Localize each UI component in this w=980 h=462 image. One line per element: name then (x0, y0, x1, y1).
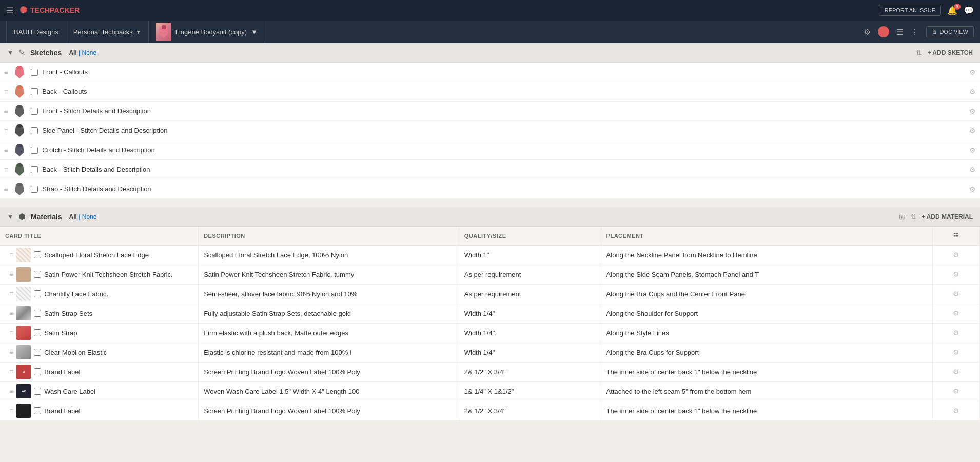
material-settings-icon[interactable]: ⚙ (953, 309, 959, 317)
material-settings-icon[interactable]: ⚙ (953, 368, 959, 376)
sketch-settings-icon[interactable]: ⚙ (969, 185, 976, 193)
drag-handle-icon[interactable]: ≡ (9, 387, 13, 395)
sketch-checkbox[interactable] (31, 69, 38, 76)
material-name-cell: ≡ B Brand Label (0, 362, 199, 381)
material-settings-icon[interactable]: ⚙ (953, 407, 959, 415)
materials-sort-icon[interactable]: ⇅ (910, 213, 916, 221)
drag-handle-icon[interactable]: ≡ (4, 88, 8, 96)
material-checkbox[interactable] (34, 407, 41, 414)
sketches-filter-all[interactable]: All (69, 49, 76, 56)
sketches-actions: ⇅ + ADD SKETCH (916, 49, 973, 57)
material-checkbox[interactable] (34, 310, 41, 317)
drag-handle-icon[interactable]: ≡ (4, 146, 8, 154)
sketches-section-icon: ✎ (18, 48, 25, 57)
product-tab[interactable]: Lingerie Bodysuit (copy) ▼ (149, 21, 265, 43)
drag-handle-icon[interactable]: ≡ (9, 270, 13, 278)
material-checkbox[interactable] (34, 271, 41, 278)
drag-handle-icon[interactable]: ≡ (9, 290, 13, 298)
drag-handle-icon[interactable]: ≡ (9, 309, 13, 317)
material-quality-cell: Width 1/4". (459, 323, 601, 343)
material-name: Brand Label (44, 368, 80, 376)
sketch-checkbox[interactable] (31, 147, 38, 154)
sketches-filter-none[interactable]: None (82, 49, 97, 56)
material-checkbox[interactable] (34, 251, 41, 258)
material-description-cell: Firm elastic with a plush back, Matte ou… (199, 323, 459, 343)
sketch-settings-icon[interactable]: ⚙ (969, 146, 976, 154)
drag-handle-icon[interactable]: ≡ (9, 368, 13, 376)
drag-handle-icon[interactable]: ≡ (9, 348, 13, 356)
sketches-toggle-icon[interactable]: ▼ (7, 49, 13, 56)
col-header-actions: ☷ (932, 227, 979, 245)
product-thumbnail (156, 23, 171, 41)
material-thumbnail (16, 267, 31, 282)
material-thumbnail (16, 404, 31, 418)
material-name-cell: ≡ Clear Mobilon Elastic (0, 343, 199, 362)
materials-filter-all[interactable]: All (69, 213, 77, 220)
settings-icon[interactable]: ⚙ (864, 27, 871, 37)
materials-table: Card Title DESCRIPTION QUALITY/SIZE PLAC… (0, 227, 980, 421)
sketch-settings-icon[interactable]: ⚙ (969, 68, 976, 76)
sketch-checkbox[interactable] (31, 108, 38, 115)
table-row: ≡ Chantilly Lace Fabric. Semi-sheer, all… (0, 284, 980, 304)
drag-handle-icon[interactable]: ≡ (4, 185, 8, 193)
material-actions-cell: ⚙ (932, 362, 979, 381)
material-name-cell: ≡ Satin Strap Sets (0, 304, 199, 323)
drag-handle-icon[interactable]: ≡ (4, 166, 8, 174)
material-description-cell: Elastic is chlorine resistant and made f… (199, 343, 459, 362)
sketch-name: Strap - Stitch Details and Description (42, 185, 965, 193)
doc-view-button[interactable]: 🗎 DOC VIEW (926, 26, 974, 37)
sketches-list: ≡ Front - Callouts ⚙ ≡ Back - Callouts ⚙… (0, 63, 980, 199)
material-settings-icon[interactable]: ⚙ (953, 251, 959, 259)
material-checkbox[interactable] (34, 368, 41, 375)
drag-handle-icon[interactable]: ≡ (9, 407, 13, 415)
material-settings-icon[interactable]: ⚙ (953, 270, 959, 278)
nav-right-icons: ⚙ ☰ ⋮ 🗎 DOC VIEW (864, 26, 974, 37)
sketch-checkbox[interactable] (31, 88, 38, 95)
sketch-settings-icon[interactable]: ⚙ (969, 107, 976, 115)
sketch-thumbnail (12, 123, 27, 139)
top-navbar: ☰ ✺ TECHPACKER REPORT AN ISSUE 🔔 3 💬 (0, 0, 980, 21)
drag-handle-icon[interactable]: ≡ (4, 127, 8, 135)
material-description-cell: Fully adjustable Satin Strap Sets, detac… (199, 304, 459, 323)
sketches-sort-icon[interactable]: ⇅ (916, 49, 922, 57)
material-actions-cell: ⚙ (932, 401, 979, 420)
material-checkbox[interactable] (34, 329, 41, 336)
hamburger-menu-icon[interactable]: ☰ (6, 6, 13, 15)
material-checkbox[interactable] (34, 388, 41, 395)
filter-icon[interactable]: ☰ (896, 27, 904, 37)
techpacks-tab[interactable]: Personal Techpacks ▼ (66, 21, 149, 43)
drag-handle-icon[interactable]: ≡ (4, 107, 8, 115)
sketch-checkbox[interactable] (31, 166, 38, 173)
drag-handle-icon[interactable]: ≡ (9, 251, 13, 259)
material-placement-cell: Along the Shoulder for Support (601, 304, 932, 323)
material-settings-icon[interactable]: ⚙ (953, 290, 959, 298)
drag-handle-icon[interactable]: ≡ (4, 68, 8, 76)
chat-icon[interactable]: 💬 (964, 6, 974, 15)
material-quality-cell: As per requirement (459, 284, 601, 304)
add-sketch-button[interactable]: + ADD SKETCH (927, 49, 973, 56)
material-checkbox[interactable] (34, 349, 41, 356)
report-issue-button[interactable]: REPORT AN ISSUE (879, 5, 941, 16)
user-avatar[interactable] (878, 26, 889, 37)
sketch-checkbox[interactable] (31, 186, 38, 193)
sketch-settings-icon[interactable]: ⚙ (969, 127, 976, 135)
material-settings-icon[interactable]: ⚙ (953, 329, 959, 337)
sketch-checkbox[interactable] (31, 127, 38, 134)
material-placement-cell: Along the Bra Cups and the Center Front … (601, 284, 932, 304)
materials-grid-icon[interactable]: ⊞ (899, 213, 905, 221)
more-options-icon[interactable]: ⋮ (911, 27, 919, 37)
sketch-thumbnail (12, 84, 27, 100)
material-quality-cell: Width 1" (459, 245, 601, 265)
sketch-settings-icon[interactable]: ⚙ (969, 166, 976, 174)
drag-handle-icon[interactable]: ≡ (9, 329, 13, 337)
workspace-tab[interactable]: BAUH Designs (6, 21, 66, 43)
material-description-cell: Screen Printing Brand Logo Woven Label 1… (199, 401, 459, 420)
materials-filter-none[interactable]: None (82, 213, 97, 220)
add-material-button[interactable]: + ADD MATERIAL (922, 213, 973, 220)
material-settings-icon[interactable]: ⚙ (953, 387, 959, 395)
material-checkbox[interactable] (34, 290, 41, 297)
table-row: ≡ Satin Strap Sets Fully adjustable Sati… (0, 304, 980, 323)
materials-toggle-icon[interactable]: ▼ (7, 213, 13, 220)
sketch-settings-icon[interactable]: ⚙ (969, 88, 976, 96)
material-settings-icon[interactable]: ⚙ (953, 348, 959, 356)
